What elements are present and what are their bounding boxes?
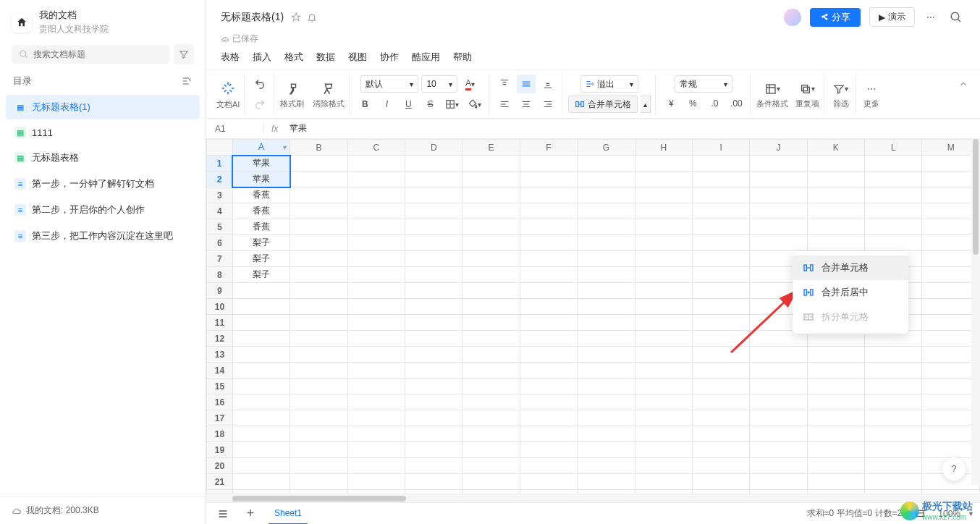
cell[interactable] bbox=[290, 172, 347, 187]
column-header[interactable]: H bbox=[635, 140, 692, 156]
cell[interactable]: 梨子 bbox=[232, 251, 290, 267]
cell[interactable] bbox=[232, 315, 290, 331]
cell[interactable]: 香蕉 bbox=[232, 219, 290, 235]
row-header[interactable]: 9 bbox=[207, 283, 233, 299]
scrollbar-vertical[interactable] bbox=[971, 139, 980, 485]
cell[interactable] bbox=[865, 379, 922, 394]
cell[interactable] bbox=[578, 172, 635, 187]
filter-icon[interactable] bbox=[174, 44, 194, 64]
cell[interactable] bbox=[578, 379, 635, 394]
cell[interactable] bbox=[405, 426, 462, 442]
cell[interactable] bbox=[462, 315, 520, 331]
cell[interactable] bbox=[462, 172, 520, 187]
scrollbar-horizontal[interactable] bbox=[206, 494, 980, 502]
cell[interactable] bbox=[347, 251, 405, 267]
cell[interactable] bbox=[520, 156, 577, 172]
cell[interactable] bbox=[807, 474, 864, 490]
menu-item[interactable]: 插入 bbox=[253, 51, 271, 64]
font-select[interactable]: 默认▾ bbox=[360, 75, 418, 93]
merge-cells-button[interactable]: 合并单元格 bbox=[568, 96, 638, 113]
cell[interactable] bbox=[635, 172, 692, 187]
font-size-select[interactable]: 10▾ bbox=[421, 75, 457, 93]
cell[interactable] bbox=[635, 235, 692, 251]
column-header[interactable]: L bbox=[865, 140, 922, 156]
percent-icon[interactable]: % bbox=[683, 94, 702, 113]
cell[interactable] bbox=[462, 203, 520, 219]
cell[interactable] bbox=[290, 235, 347, 251]
cell[interactable] bbox=[865, 219, 922, 235]
cell[interactable] bbox=[635, 474, 692, 490]
cell[interactable] bbox=[750, 426, 807, 442]
cell[interactable] bbox=[635, 379, 692, 394]
cell[interactable] bbox=[635, 394, 692, 410]
cell[interactable]: 苹果 bbox=[232, 172, 290, 187]
cell[interactable] bbox=[807, 347, 864, 363]
cell[interactable] bbox=[462, 299, 520, 315]
cell[interactable] bbox=[807, 156, 864, 172]
cell[interactable] bbox=[290, 251, 347, 267]
cell[interactable] bbox=[578, 331, 635, 347]
cell[interactable] bbox=[520, 235, 577, 251]
cell[interactable] bbox=[405, 379, 462, 394]
cell[interactable] bbox=[462, 283, 520, 299]
cell[interactable] bbox=[290, 156, 347, 172]
cell[interactable] bbox=[865, 156, 922, 172]
undo-icon[interactable] bbox=[250, 75, 269, 93]
cell[interactable] bbox=[520, 458, 577, 474]
cell[interactable] bbox=[865, 203, 922, 219]
cell[interactable] bbox=[635, 283, 692, 299]
cell[interactable] bbox=[635, 156, 692, 172]
cell[interactable] bbox=[750, 172, 807, 187]
sidebar-item[interactable]: ▦1111 bbox=[6, 121, 200, 144]
search-box[interactable] bbox=[12, 45, 169, 64]
cell[interactable] bbox=[405, 474, 462, 490]
cell[interactable] bbox=[750, 442, 807, 458]
row-header[interactable]: 16 bbox=[207, 394, 233, 410]
cell[interactable] bbox=[520, 442, 577, 458]
cell[interactable] bbox=[462, 410, 520, 426]
cell[interactable] bbox=[635, 347, 692, 363]
cell[interactable] bbox=[807, 235, 864, 251]
cell[interactable] bbox=[405, 315, 462, 331]
underline-icon[interactable]: U bbox=[399, 95, 418, 114]
cell[interactable] bbox=[347, 442, 405, 458]
formula-value[interactable]: 苹果 bbox=[285, 122, 980, 135]
row-header[interactable]: 5 bbox=[207, 219, 233, 235]
cell[interactable] bbox=[462, 235, 520, 251]
cell[interactable] bbox=[347, 219, 405, 235]
bold-icon[interactable]: B bbox=[355, 95, 374, 114]
cell[interactable] bbox=[750, 187, 807, 203]
cell[interactable] bbox=[232, 442, 290, 458]
cell[interactable] bbox=[290, 474, 347, 490]
cell[interactable] bbox=[635, 203, 692, 219]
cell[interactable] bbox=[405, 331, 462, 347]
cell[interactable] bbox=[405, 219, 462, 235]
row-header[interactable]: 1 bbox=[207, 156, 233, 172]
cell[interactable] bbox=[635, 458, 692, 474]
column-menu-icon[interactable]: ▾ bbox=[283, 143, 287, 151]
cell[interactable] bbox=[692, 394, 749, 410]
sidebar-item[interactable]: ≡第一步，一分钟了解钉钉文档 bbox=[6, 172, 200, 196]
italic-icon[interactable]: I bbox=[377, 95, 396, 114]
cell[interactable] bbox=[405, 299, 462, 315]
column-header[interactable]: D bbox=[405, 140, 462, 156]
decimal-dec-icon[interactable]: .0 bbox=[705, 94, 724, 113]
cell[interactable] bbox=[520, 203, 577, 219]
cell[interactable] bbox=[865, 187, 922, 203]
cell[interactable] bbox=[347, 235, 405, 251]
row-header[interactable]: 4 bbox=[207, 203, 233, 219]
cell[interactable] bbox=[635, 442, 692, 458]
cell[interactable] bbox=[405, 458, 462, 474]
number-format-select[interactable]: 常规▾ bbox=[675, 75, 732, 93]
row-header[interactable]: 13 bbox=[207, 347, 233, 363]
cell[interactable] bbox=[462, 347, 520, 363]
cell[interactable] bbox=[578, 219, 635, 235]
cell[interactable] bbox=[578, 458, 635, 474]
cell[interactable] bbox=[635, 219, 692, 235]
row-header[interactable]: 11 bbox=[207, 315, 233, 331]
cell[interactable] bbox=[807, 410, 864, 426]
cell[interactable] bbox=[462, 394, 520, 410]
column-header[interactable]: K bbox=[807, 140, 864, 156]
row-header[interactable]: 12 bbox=[207, 331, 233, 347]
cell[interactable] bbox=[520, 267, 577, 283]
